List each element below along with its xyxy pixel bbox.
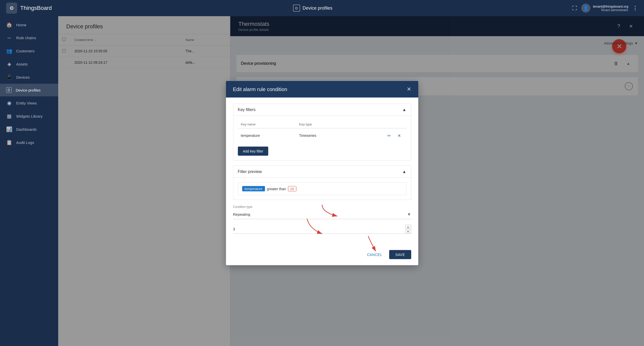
sidebar-item-label: Entity Views: [16, 101, 37, 105]
audit-logs-icon: 📋: [6, 139, 12, 145]
customers-icon: 👥: [6, 48, 12, 54]
dialog-footer: Cancel Save: [226, 246, 418, 265]
condition-type-area: Condition type Simple Repeating Duration…: [233, 205, 411, 219]
device-profiles-icon: D: [6, 87, 12, 93]
user-info: tenant@thingsboard.org Tenant administra…: [593, 5, 628, 12]
key-filters-body: Key name Key type temperature Timeseries: [233, 116, 411, 160]
filter-preview-header: Filter preview ▲: [233, 166, 411, 178]
dashboards-icon: 📊: [6, 126, 12, 132]
filter-preview-section: Filter preview ▲ temperature greater tha…: [233, 166, 411, 200]
sidebar-item-rule-chains[interactable]: ↔ Rule chains: [0, 31, 58, 44]
dialog-header: Edit alarm rule condition ✕: [226, 81, 418, 98]
add-key-filter-button[interactable]: Add key filter: [238, 147, 268, 156]
key-filters-table: Key name Key type temperature Timeseries: [238, 120, 406, 143]
spinner-down-button[interactable]: ▼: [405, 229, 411, 233]
rule-chains-icon: ↔: [6, 35, 12, 41]
sidebar-item-label: Customers: [16, 49, 35, 53]
home-icon: 🏠: [6, 22, 12, 28]
sidebar-item-device-profiles[interactable]: D Device profiles: [0, 84, 58, 96]
filter-value: 10: [288, 186, 296, 191]
key-filter-row: temperature Timeseries ✏ ✕: [238, 128, 406, 143]
edit-alarm-rule-dialog: Edit alarm rule condition ✕ Key filters …: [226, 81, 418, 265]
entity-views-icon: ◉: [6, 100, 12, 106]
page-title: Device profiles: [303, 6, 333, 11]
dialog-body: Key filters ▲ Key name Key type: [226, 98, 418, 246]
sidebar: 🏠 Home ↔ Rule chains 👥 Customers ◈ Asset…: [0, 16, 58, 346]
sidebar-item-widgets-library[interactable]: ▦ Widgets Library: [0, 110, 58, 123]
filter-preview-label: Filter preview: [238, 169, 262, 174]
app-brand: ⚙ ThingsBoard: [6, 3, 285, 14]
filter-chip-temperature: temperature: [242, 186, 265, 191]
key-filter-actions: ✏ ✕: [353, 132, 403, 140]
key-name-header: Key name: [238, 120, 296, 128]
user-email: tenant@thingsboard.org: [593, 5, 628, 8]
key-filters-label: Key filters: [238, 107, 256, 112]
user-role: Tenant administrator: [601, 8, 628, 12]
repeating-value-input[interactable]: [233, 224, 411, 234]
app-logo-icon: ⚙: [6, 3, 17, 14]
sidebar-item-label: Dashboards: [16, 127, 37, 132]
key-filters-collapse-icon[interactable]: ▲: [402, 107, 406, 112]
page-title-area: D Device profiles: [293, 5, 572, 12]
fullscreen-icon[interactable]: ⛶: [572, 5, 577, 11]
dialog-title: Edit alarm rule condition: [233, 86, 287, 92]
cancel-button[interactable]: Cancel: [363, 250, 386, 259]
sidebar-item-home[interactable]: 🏠 Home: [0, 18, 58, 31]
app-name: ThingsBoard: [20, 5, 52, 11]
sidebar-item-dashboards[interactable]: 📊 Dashboards: [0, 123, 58, 136]
navbar: ⚙ ThingsBoard D Device profiles ⛶ 👤 tena…: [0, 0, 644, 16]
sidebar-item-label: Rule chains: [16, 36, 36, 40]
number-spinners: ▲ ▼: [405, 225, 411, 233]
spinner-up-button[interactable]: ▲: [405, 225, 411, 229]
filter-preview-body: temperature greater than 10: [233, 178, 411, 200]
condition-type-select-wrapper: Simple Repeating Duration ▼: [233, 210, 411, 219]
actions-header: [350, 120, 406, 128]
filter-preview-box: temperature greater than 10: [238, 182, 406, 195]
key-name-cell: temperature: [238, 128, 296, 143]
sidebar-item-label: Audit Logs: [16, 140, 34, 145]
user-menu[interactable]: 👤 tenant@thingsboard.org Tenant administ…: [581, 4, 628, 13]
sidebar-item-entity-views[interactable]: ◉ Entity Views: [0, 96, 58, 110]
sidebar-item-label: Widgets Library: [16, 114, 43, 118]
key-filters-section: Key filters ▲ Key name Key type: [233, 104, 411, 161]
devices-icon: 📱: [6, 74, 12, 80]
key-type-header: Key type: [296, 120, 350, 128]
save-button[interactable]: Save: [389, 250, 411, 259]
sidebar-item-label: Assets: [16, 62, 28, 66]
delete-key-filter-button[interactable]: ✕: [395, 132, 403, 140]
navbar-actions: ⛶ 👤 tenant@thingsboard.org Tenant admini…: [572, 4, 638, 13]
avatar: 👤: [581, 4, 590, 13]
sidebar-item-customers[interactable]: 👥 Customers: [0, 44, 58, 57]
repeating-value-area: ▲ ▼: [233, 224, 411, 234]
sidebar-item-devices[interactable]: 📱 Devices: [0, 71, 58, 84]
key-filters-header: Key filters ▲: [233, 104, 411, 116]
sidebar-item-audit-logs[interactable]: 📋 Audit Logs: [0, 136, 58, 149]
dialog-close-button[interactable]: ✕: [407, 86, 411, 93]
sidebar-item-label: Home: [16, 23, 26, 27]
widgets-library-icon: ▦: [6, 113, 12, 119]
sidebar-item-assets[interactable]: ◈ Assets: [0, 57, 58, 71]
condition-type-label: Condition type: [233, 205, 411, 209]
sidebar-item-label: Device profiles: [16, 88, 40, 92]
page-title-icon: D: [293, 5, 300, 12]
filter-preview-collapse-icon[interactable]: ▲: [402, 169, 406, 174]
condition-type-select[interactable]: Simple Repeating Duration: [233, 210, 411, 219]
key-type-cell: Timeseries: [296, 128, 350, 143]
filter-text-greater-than: greater than: [267, 187, 286, 191]
more-menu-icon[interactable]: ⋮: [632, 5, 638, 11]
sidebar-item-label: Devices: [16, 75, 30, 79]
assets-icon: ◈: [6, 61, 12, 67]
edit-key-filter-button[interactable]: ✏: [385, 132, 393, 140]
